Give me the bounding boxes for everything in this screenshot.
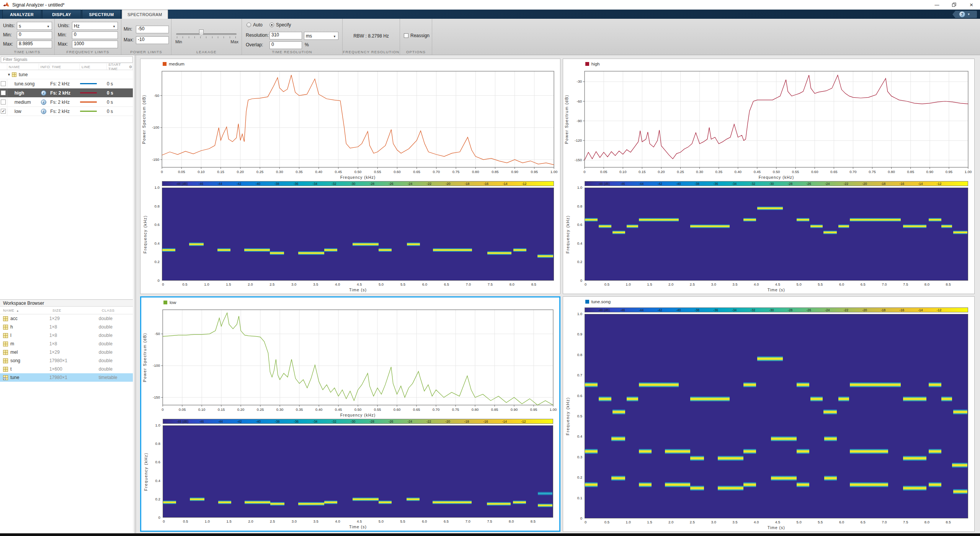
spectrogram-plot-tune-song[interactable]	[585, 314, 968, 518]
legend-high: high	[585, 62, 600, 66]
filter-signals-input[interactable]: Filter Signals	[1, 56, 133, 63]
sg-xtick: 0	[159, 519, 168, 523]
svg-text:0.10: 0.10	[198, 407, 206, 412]
svg-text:0.35: 0.35	[296, 407, 303, 412]
workspace-row-h[interactable]: h1×8double	[0, 323, 133, 331]
colorbar-tick: -48 (dB)	[598, 308, 610, 312]
signal-group-row-tune[interactable]: ▼tune	[0, 70, 133, 79]
tab-spectrogram[interactable]: SPECTROGRAM	[122, 10, 168, 19]
line-style-sample	[80, 101, 97, 103]
colorbar-tick: -32	[332, 420, 336, 423]
sg-ytick: 0.5	[577, 414, 582, 418]
sidebar: Filter Signals NAMEINFOTIMELINESTART TIM…	[0, 55, 136, 533]
help-button[interactable]: ? ▼	[952, 11, 977, 18]
svg-text:0.50: 0.50	[773, 170, 780, 174]
freq-min-input[interactable]: 0	[72, 31, 118, 39]
spectrum-plot-high[interactable]: 00.050.100.150.200.250.300.350.400.450.5…	[563, 69, 974, 180]
spectrogram-plot-medium[interactable]	[162, 188, 554, 281]
note-mark	[810, 224, 822, 228]
column-header-time: TIME	[50, 64, 80, 70]
note-mark	[823, 409, 837, 415]
freq-max-input[interactable]: 1000	[72, 41, 118, 48]
resolution-input[interactable]: 310	[270, 32, 302, 39]
colorbar-tick: -36	[294, 420, 299, 423]
sg-ytick: 1.0	[155, 185, 160, 190]
note-mark	[639, 218, 678, 222]
sg-xtick: 5.0	[377, 282, 386, 286]
leakage-slider-thumb[interactable]	[199, 29, 204, 36]
note-mark	[163, 500, 176, 504]
time-units-dropdown[interactable]: s▼	[17, 22, 52, 30]
display-panel-low[interactable]: low00.050.100.150.200.250.300.350.400.45…	[140, 296, 560, 532]
power-max-label: Max:	[124, 37, 134, 42]
note-mark	[850, 482, 888, 487]
time-min-input[interactable]: 0	[17, 31, 52, 39]
colorbar-tick: -28	[370, 182, 374, 186]
overlap-input[interactable]: 0	[270, 41, 302, 49]
spectrum-block: 00.050.100.150.200.250.300.350.400.450.5…	[140, 69, 560, 180]
workspace-row-mel[interactable]: mel1×29double	[0, 348, 133, 356]
workspace-row-tune[interactable]: tune17980×1timetable	[0, 373, 133, 382]
tab-analyzer[interactable]: ANALYZER	[2, 10, 41, 19]
power-max-input[interactable]: -10	[136, 36, 169, 44]
info-icon[interactable]: i	[41, 109, 46, 114]
spectrum-plot-low[interactable]: 00.050.100.150.200.250.300.350.400.450.5…	[141, 307, 559, 418]
signal-row-low[interactable]: ✓lowiFs: 2 kHz0 s	[0, 107, 133, 116]
sg-xtick: 2.5	[268, 282, 277, 286]
sg-ytick: 0.3	[577, 455, 582, 459]
note-mark	[929, 449, 941, 454]
freq-units-dropdown[interactable]: Hz▼	[72, 22, 118, 30]
auto-radio[interactable]: Auto	[247, 22, 263, 28]
display-panel-high[interactable]: high00.050.100.150.200.250.300.350.400.4…	[563, 59, 975, 294]
leakage-slider-track[interactable]	[176, 33, 237, 35]
svg-text:0: 0	[161, 170, 163, 174]
colorbar-tick: -46	[620, 182, 625, 186]
minimize-button[interactable]: —	[928, 0, 946, 10]
checkbox-icon[interactable]	[1, 90, 6, 95]
gear-icon[interactable]: ⚙	[129, 65, 132, 69]
resolution-units-dropdown[interactable]: ms▼	[304, 32, 338, 40]
svg-text:0.45: 0.45	[753, 170, 761, 174]
svg-text:0.55: 0.55	[374, 407, 381, 412]
display-panel-medium[interactable]: medium00.050.100.150.200.250.300.350.400…	[140, 59, 560, 294]
checkbox-icon[interactable]	[1, 81, 6, 86]
workspace-row-acc[interactable]: acc1×29double	[0, 314, 133, 323]
help-icon: ?	[959, 11, 965, 17]
checkbox-checked-icon[interactable]: ✓	[1, 109, 6, 114]
sg-xtick: 4.0	[333, 519, 342, 523]
spectrum-plot-medium[interactable]: 00.050.100.150.200.250.300.350.400.450.5…	[140, 69, 560, 180]
signal-row-medium[interactable]: mediumiFs: 2 kHz0 s	[0, 98, 133, 107]
workspace-row-m[interactable]: m1×8double	[0, 340, 133, 348]
close-button[interactable]: ✕	[963, 0, 980, 10]
spectrogram-plot-high[interactable]	[585, 188, 968, 281]
reassign-checkbox[interactable]: Reassign	[404, 33, 430, 38]
colorbar-tick: -32	[751, 182, 755, 186]
info-icon[interactable]: i	[41, 90, 46, 96]
title-bar: Signal Analyzer - untitled* — ✕	[0, 0, 980, 10]
workspace-row-t[interactable]: t1×600double	[0, 365, 133, 373]
sg-xtick: 6.0	[420, 282, 429, 286]
info-icon[interactable]: i	[41, 100, 46, 105]
tab-spectrum[interactable]: SPECTRUM	[82, 10, 121, 19]
display-panel-tune-song[interactable]: tune.song-48 (dB)-46-44-42-40-38-36-34-3…	[563, 296, 975, 532]
specify-radio[interactable]: Specify	[270, 22, 291, 28]
note-mark	[639, 382, 678, 387]
time-max-input[interactable]: 8.9895	[17, 41, 52, 48]
workspace-row-song[interactable]: song17980×1double	[0, 356, 133, 365]
spectrogram-plot-low[interactable]	[163, 425, 553, 518]
svg-text:-50: -50	[154, 93, 159, 98]
svg-text:1.00: 1.00	[550, 407, 557, 412]
note-mark	[690, 456, 704, 461]
power-min-input[interactable]: -50	[136, 26, 169, 33]
svg-text:-100: -100	[153, 363, 160, 368]
collapse-arrow-icon[interactable]: ▼	[7, 73, 12, 77]
restore-button[interactable]	[946, 0, 963, 10]
workspace-row-l[interactable]: l1×8double	[0, 331, 133, 340]
sg-ytick: 0.4	[155, 241, 160, 245]
colorbar-tick: -40	[676, 308, 681, 312]
svg-text:0.10: 0.10	[619, 170, 627, 174]
signal-row-tune-song[interactable]: tune.songFs: 2 kHz0 s	[0, 79, 133, 88]
signal-row-high[interactable]: highiFs: 2 kHz0 s	[0, 88, 133, 98]
checkbox-icon[interactable]	[1, 100, 6, 105]
tab-display[interactable]: DISPLAY	[42, 10, 81, 19]
